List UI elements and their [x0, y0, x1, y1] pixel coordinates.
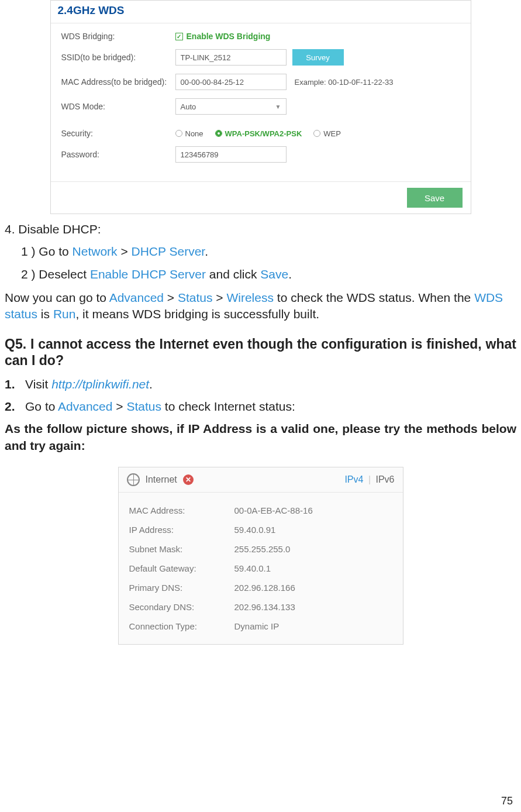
- mask-value: 255.255.255.0: [234, 544, 291, 554]
- label-ssid: SSID(to be bridged):: [61, 53, 175, 62]
- mac-example: Example: 00-1D-0F-11-22-33: [295, 78, 394, 87]
- sdns-value: 202.96.134.133: [234, 602, 295, 612]
- error-icon: ✕: [183, 474, 194, 485]
- page-number: 75: [501, 795, 513, 807]
- ssid-input[interactable]: [175, 49, 287, 66]
- security-radio-none[interactable]: None: [175, 129, 203, 138]
- security-none-label: None: [185, 129, 203, 138]
- now-mid2: is: [37, 307, 53, 321]
- s42-prefix: 2 ) Deselect: [21, 267, 90, 281]
- now-mid: to check the WDS status. When the: [274, 291, 474, 304]
- row-mode: WDS Mode: Auto ▼: [61, 98, 460, 115]
- radio-icon: [215, 130, 222, 137]
- now-sep1: >: [164, 291, 178, 304]
- follow-text: As the follow picture shows, if IP Addre…: [5, 421, 516, 454]
- row-mac-address: MAC Address: 00-0A-EB-AC-88-16: [129, 501, 392, 520]
- internet-title: Internet: [146, 474, 177, 485]
- wds-panel-body: WDS Bridging: ✓ Enable WDS Bridging SSID…: [51, 23, 471, 181]
- check-icon: ✓: [175, 33, 183, 40]
- gw-value: 59.40.0.1: [234, 563, 271, 573]
- step1-suffix: .: [149, 377, 153, 391]
- internet-panel: Internet ✕ IPv4 | IPv6 MAC Address: 00-0…: [118, 467, 403, 645]
- wds-panel-footer: Save: [51, 181, 471, 214]
- internet-panel-left: Internet ✕: [127, 473, 194, 486]
- ct-label: Connection Type:: [129, 621, 234, 631]
- now-paragraph: Now you can go to Advanced > Status > Wi…: [5, 290, 516, 323]
- label-password: Password:: [61, 150, 175, 159]
- q5-label: Q5.: [5, 336, 30, 352]
- security-radio-wpa[interactable]: WPA-PSK/WPA2-PSK: [215, 129, 302, 138]
- tab-ipv6[interactable]: IPv6: [375, 474, 394, 484]
- link-wireless: Wireless: [226, 291, 274, 304]
- label-security: Security:: [61, 129, 175, 138]
- radio-icon: [175, 130, 182, 137]
- security-radio-group: None WPA-PSK/WPA2-PSK WEP: [175, 129, 341, 138]
- label-wds-bridging: WDS Bridging:: [61, 32, 175, 41]
- step2-prefix: Go to: [25, 400, 58, 413]
- wds-panel-title: 2.4GHz WDS: [51, 1, 471, 23]
- q5-step1: 1. Visit http://tplinkwifi.net.: [5, 377, 516, 391]
- s41-sep: >: [118, 245, 132, 258]
- label-mac: MAC Address(to be bridged):: [61, 77, 175, 87]
- link-status2: Status: [126, 400, 161, 413]
- s41-suffix: .: [205, 245, 208, 258]
- internet-panel-header: Internet ✕ IPv4 | IPv6: [119, 467, 403, 493]
- ip-label: IP Address:: [129, 525, 234, 535]
- now-prefix: Now you can go to: [5, 291, 109, 304]
- link-network: Network: [73, 245, 118, 258]
- row-ssid: SSID(to be bridged): Survey: [61, 49, 460, 66]
- step1-num: 1.: [5, 377, 15, 391]
- mode-value: Auto: [181, 102, 196, 111]
- chevron-down-icon: ▼: [275, 104, 281, 110]
- row-wds-bridging: WDS Bridging: ✓ Enable WDS Bridging: [61, 32, 460, 41]
- step2-suffix: to check Internet status:: [161, 400, 295, 413]
- row-ip-address: IP Address: 59.40.0.91: [129, 520, 392, 539]
- enable-wds-label: Enable WDS Bridging: [187, 32, 271, 41]
- row-default-gateway: Default Gateway: 59.40.0.1: [129, 559, 392, 578]
- s42-mid: and click: [206, 267, 260, 281]
- tab-ipv4[interactable]: IPv4: [344, 474, 363, 484]
- q5-body: I cannot access the Internet even though…: [5, 336, 516, 369]
- mac-value: 00-0A-EB-AC-88-16: [234, 505, 313, 515]
- link-tplinkwifi: http://tplinkwifi.net: [51, 377, 149, 391]
- sdns-label: Secondary DNS:: [129, 602, 234, 612]
- security-wpa-label: WPA-PSK/WPA2-PSK: [225, 129, 302, 138]
- save-button[interactable]: Save: [407, 188, 463, 208]
- globe-icon: [127, 473, 140, 486]
- row-subnet-mask: Subnet Mask: 255.255.255.0: [129, 539, 392, 559]
- mode-dropdown[interactable]: Auto ▼: [175, 98, 287, 115]
- link-advanced2: Advanced: [58, 400, 112, 413]
- mac-input[interactable]: [175, 74, 287, 90]
- label-mode: WDS Mode:: [61, 102, 175, 111]
- row-connection-type: Connection Type: Dynamic IP: [129, 617, 392, 636]
- now-sep2: >: [213, 291, 227, 304]
- password-input[interactable]: [175, 146, 287, 163]
- step2-sep: >: [112, 400, 126, 413]
- row-secondary-dns: Secondary DNS: 202.96.134.133: [129, 597, 392, 617]
- link-enable-dhcp: Enable DHCP Server: [90, 267, 206, 281]
- radio-icon: [313, 130, 320, 137]
- row-password: Password:: [61, 146, 460, 163]
- pdns-value: 202.96.128.166: [234, 583, 295, 593]
- link-run: Run: [53, 307, 76, 321]
- internet-panel-body: MAC Address: 00-0A-EB-AC-88-16 IP Addres…: [119, 493, 403, 644]
- wds-panel: 2.4GHz WDS WDS Bridging: ✓ Enable WDS Br…: [50, 0, 471, 214]
- gw-label: Default Gateway:: [129, 563, 234, 573]
- ct-value: Dynamic IP: [234, 621, 280, 631]
- security-radio-wep[interactable]: WEP: [313, 129, 341, 138]
- q5-heading: Q5. I cannot access the Internet even th…: [5, 336, 516, 370]
- enable-wds-checkbox[interactable]: ✓ Enable WDS Bridging: [175, 32, 271, 41]
- pdns-label: Primary DNS:: [129, 583, 234, 593]
- s41-prefix: 1 ) Go to: [21, 245, 73, 258]
- survey-button[interactable]: Survey: [292, 49, 344, 66]
- step1-prefix: Visit: [25, 377, 51, 391]
- row-security: Security: None WPA-PSK/WPA2-PSK WEP: [61, 129, 460, 138]
- link-status: Status: [178, 291, 213, 304]
- link-dhcp-server: DHCP Server: [132, 245, 205, 258]
- s42-suffix: .: [288, 267, 292, 281]
- step4-sub1: 1 ) Go to Network > DHCP Server.: [5, 243, 516, 260]
- mac-label: MAC Address:: [129, 505, 234, 515]
- step4-title: 4. Disable DHCP:: [5, 221, 516, 238]
- step2-num: 2.: [5, 400, 15, 413]
- now-suffix: , it means WDS bridging is successfully …: [75, 307, 319, 321]
